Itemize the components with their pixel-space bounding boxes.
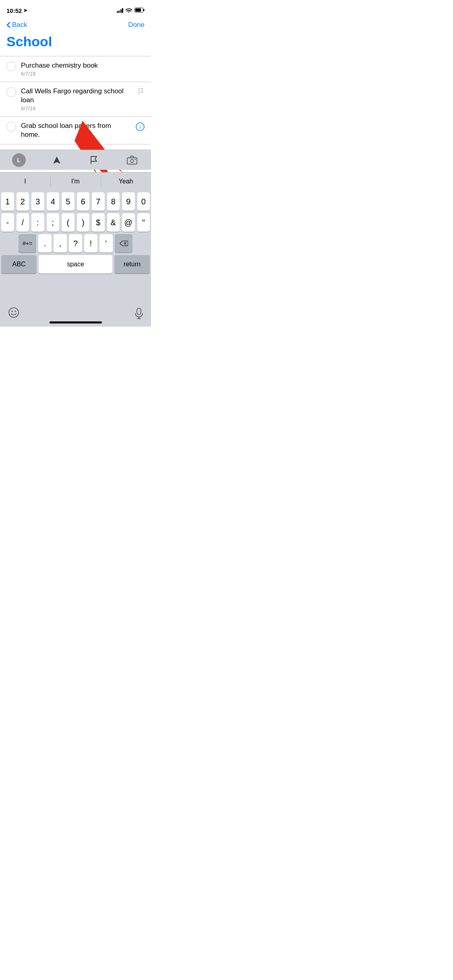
svg-point-11 — [12, 311, 13, 312]
svg-rect-7 — [127, 158, 137, 164]
task-date-1: 6/7/19 — [21, 71, 145, 77]
svg-rect-13 — [137, 308, 141, 315]
page-title: School — [0, 34, 151, 56]
key-dollar[interactable]: $ — [92, 213, 105, 232]
key-exclamation[interactable]: ! — [84, 234, 97, 253]
task-list: Purchase chemistry book 6/7/19 Call Well… — [0, 56, 151, 144]
svg-point-10 — [9, 308, 19, 317]
key-lparen[interactable]: ( — [62, 213, 74, 232]
wifi-icon — [126, 7, 132, 14]
key-comma[interactable]: , — [54, 234, 67, 253]
key-apostrophe[interactable]: ' — [99, 234, 113, 253]
task-content-1: Purchase chemistry book 6/7/19 — [21, 61, 145, 77]
keyboard-row-numbers: 1 2 3 4 5 6 7 8 9 0 — [0, 190, 151, 211]
status-bar: 10:52 ➤ — [0, 0, 151, 18]
predictive-bar: I I'm Yeah — [0, 172, 151, 190]
key-semicolon[interactable]: ; — [47, 213, 60, 232]
info-icon[interactable]: i — [136, 122, 145, 133]
key-3[interactable]: 3 — [31, 192, 44, 211]
back-chevron-icon — [6, 22, 10, 28]
svg-point-12 — [15, 311, 16, 312]
task-checkbox-1[interactable] — [6, 62, 16, 71]
key-minus[interactable]: - — [1, 213, 14, 232]
signal-bars — [117, 8, 124, 13]
flag-toolbar-icon — [90, 156, 98, 165]
home-indicator — [50, 321, 102, 323]
nav-bar: Back Done — [0, 18, 151, 34]
status-icons — [117, 7, 145, 14]
keyboard-bottom-bar — [0, 305, 151, 323]
toolbar-location-button[interactable] — [49, 153, 65, 167]
task-checkbox-2[interactable] — [6, 87, 16, 97]
location-icon — [52, 156, 61, 165]
svg-point-9 — [135, 159, 136, 159]
task-title-2: Call Wells Fargo regarding school loan — [21, 87, 133, 105]
key-hashtag[interactable]: #+= — [19, 234, 36, 253]
done-button[interactable]: Done — [128, 21, 145, 29]
key-slash[interactable]: / — [17, 213, 29, 232]
task-title-1: Purchase chemistry book — [21, 61, 145, 70]
clock-icon: L — [12, 153, 26, 167]
emoji-icon — [8, 307, 19, 318]
key-at[interactable]: @ — [122, 213, 135, 232]
clock-label: L — [17, 157, 21, 163]
signal-bar-4 — [122, 8, 123, 13]
signal-bar-3 — [120, 9, 122, 13]
status-time: 10:52 ➤ — [6, 7, 27, 14]
mic-icon — [135, 308, 143, 319]
delete-key[interactable] — [115, 234, 132, 253]
task-content-3: Grab school loan papers from home. — [21, 121, 131, 139]
emoji-button[interactable] — [8, 307, 19, 321]
abc-key[interactable]: ABC — [1, 255, 37, 274]
time-display: 10:52 — [6, 7, 22, 14]
key-period[interactable]: . — [38, 234, 52, 253]
back-label: Back — [12, 21, 27, 29]
task-content-2: Call Wells Fargo regarding school loan 6… — [21, 87, 133, 111]
key-question[interactable]: ? — [69, 234, 82, 253]
svg-rect-1 — [143, 9, 145, 11]
task-item-2[interactable]: Call Wells Fargo regarding school loan 6… — [0, 82, 151, 117]
key-rparen[interactable]: ) — [77, 213, 90, 232]
delete-icon — [119, 240, 128, 247]
task-title-3: Grab school loan papers from home. — [21, 121, 131, 139]
key-2[interactable]: 2 — [17, 192, 29, 211]
key-6[interactable]: 6 — [77, 192, 90, 211]
task-checkbox-3[interactable] — [6, 122, 16, 132]
key-4[interactable]: 4 — [47, 192, 60, 211]
return-key[interactable]: return — [114, 255, 150, 274]
camera-icon — [127, 156, 137, 165]
key-0[interactable]: 0 — [137, 192, 150, 211]
keyboard-row-bottom: ABC space return — [0, 253, 151, 276]
task-item-3[interactable]: Grab school loan papers from home. i — [0, 117, 151, 144]
toolbar-flag-button[interactable] — [86, 153, 102, 167]
space-key[interactable]: space — [39, 255, 112, 274]
location-icon: ➤ — [23, 8, 27, 13]
keyboard-toolbar: L — [0, 150, 151, 170]
task-item-1[interactable]: Purchase chemistry book 6/7/19 — [0, 56, 151, 82]
task-date-2: 6/7/19 — [21, 105, 133, 111]
signal-bar-1 — [117, 11, 118, 13]
predictive-item-1[interactable]: I — [0, 173, 50, 190]
key-colon[interactable]: : — [31, 213, 44, 232]
keyboard-row-misc: #+= . , ? ! ' — [0, 232, 151, 253]
mic-button[interactable] — [135, 308, 143, 321]
predictive-item-3[interactable]: Yeah — [101, 173, 151, 190]
battery-icon — [134, 7, 145, 14]
key-ampersand[interactable]: & — [107, 213, 120, 232]
keyboard: 1 2 3 4 5 6 7 8 9 0 - / : ; ( ) $ & @ " … — [0, 190, 151, 327]
toolbar-clock-button[interactable]: L — [11, 153, 27, 167]
svg-rect-2 — [135, 8, 141, 12]
key-9[interactable]: 9 — [122, 192, 135, 211]
key-8[interactable]: 8 — [107, 192, 120, 211]
key-5[interactable]: 5 — [62, 192, 74, 211]
key-7[interactable]: 7 — [92, 192, 105, 211]
back-button[interactable]: Back — [6, 21, 27, 29]
toolbar-camera-button[interactable] — [124, 153, 140, 167]
keyboard-row-symbols: - / : ; ( ) $ & @ " — [0, 211, 151, 232]
predictive-item-2[interactable]: I'm — [50, 173, 101, 190]
flag-icon — [138, 88, 145, 98]
svg-point-8 — [130, 159, 134, 163]
signal-bar-2 — [118, 10, 120, 13]
key-1[interactable]: 1 — [1, 192, 14, 211]
key-quote[interactable]: " — [137, 213, 150, 232]
